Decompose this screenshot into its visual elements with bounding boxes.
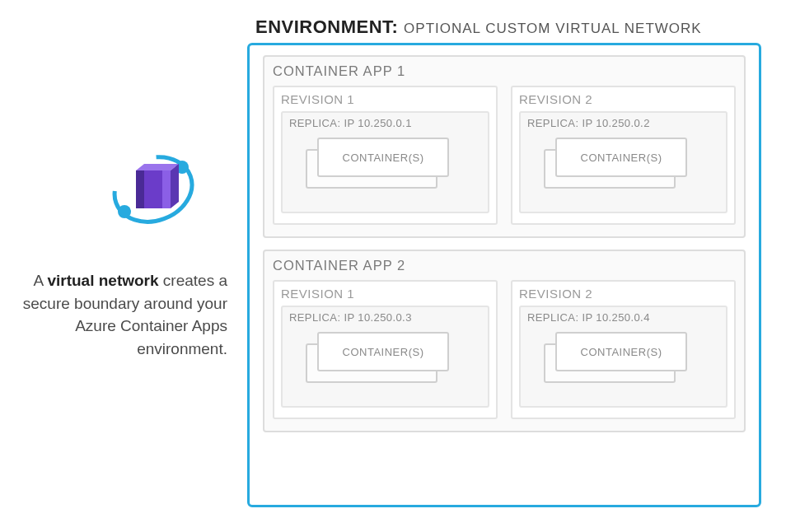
container-app-2-revisions: REVISION 1 REPLICA: IP 10.250.0.3 CONTAI… <box>273 280 736 419</box>
app2-rev2-title: REVISION 2 <box>519 287 728 301</box>
left-panel: A virtual network creates a secure bound… <box>0 16 247 507</box>
environment-box: CONTAINER APP 1 REVISION 1 REPLICA: IP 1… <box>247 43 761 507</box>
app2-rev1-replica: REPLICA: IP 10.250.0.3 CONTAINER(S) <box>281 306 489 408</box>
environment-label: ENVIRONMENT: <box>255 16 398 37</box>
desc-bold: virtual network <box>47 272 158 289</box>
container-app-1: CONTAINER APP 1 REVISION 1 REPLICA: IP 1… <box>263 55 746 238</box>
right-panel: ENVIRONMENT: OPTIONAL CUSTOM VIRTUAL NET… <box>247 16 761 507</box>
app1-rev1-title: REVISION 1 <box>281 92 489 106</box>
app2-rev1-replica-label: REPLICA: IP 10.250.0.3 <box>289 311 483 324</box>
diagram-root: A virtual network creates a secure bound… <box>0 0 786 532</box>
app2-rev2-replica: REPLICA: IP 10.250.0.4 CONTAINER(S) <box>519 306 728 408</box>
app2-rev2-container-stack: CONTAINER(S) <box>544 329 689 388</box>
app1-rev1-replica-label: REPLICA: IP 10.250.0.1 <box>289 117 483 129</box>
container-app-2: CONTAINER APP 2 REVISION 1 REPLICA: IP 1… <box>263 250 746 432</box>
container-app-1-revisions: REVISION 1 REPLICA: IP 10.250.0.1 CONTAI… <box>273 86 736 225</box>
container-app-2-title: CONTAINER APP 2 <box>273 258 736 273</box>
svg-point-2 <box>118 205 131 218</box>
app1-rev2-replica-label: REPLICA: IP 10.250.0.2 <box>527 117 721 129</box>
container-app-1-title: CONTAINER APP 1 <box>273 63 736 79</box>
environment-sublabel: OPTIONAL CUSTOM VIRTUAL NETWORK <box>404 21 702 36</box>
app2-rev1-title: REVISION 1 <box>281 287 489 301</box>
app1-revision-1: REVISION 1 REPLICA: IP 10.250.0.1 CONTAI… <box>273 86 498 225</box>
app1-revision-2: REVISION 2 REPLICA: IP 10.250.0.2 CONTAI… <box>511 86 736 225</box>
container-card-front: CONTAINER(S) <box>555 332 687 371</box>
svg-rect-5 <box>162 170 171 208</box>
app2-revision-1: REVISION 1 REPLICA: IP 10.250.0.3 CONTAI… <box>273 280 498 419</box>
app2-rev2-replica-label: REPLICA: IP 10.250.0.4 <box>527 311 721 324</box>
app1-rev1-replica: REPLICA: IP 10.250.0.1 CONTAINER(S) <box>281 111 489 213</box>
environment-title: ENVIRONMENT: OPTIONAL CUSTOM VIRTUAL NET… <box>255 16 761 38</box>
app1-rev2-replica: REPLICA: IP 10.250.0.2 CONTAINER(S) <box>519 111 728 213</box>
container-card-front: CONTAINER(S) <box>555 138 687 177</box>
app1-rev2-title: REVISION 2 <box>519 92 728 106</box>
app2-rev1-container-stack: CONTAINER(S) <box>306 329 451 388</box>
svg-marker-7 <box>171 164 179 208</box>
container-card-front: CONTAINER(S) <box>317 332 449 371</box>
app2-revision-2: REVISION 2 REPLICA: IP 10.250.0.4 CONTAI… <box>511 280 736 419</box>
app1-rev2-container-stack: CONTAINER(S) <box>544 134 689 194</box>
vnet-icon <box>104 148 203 231</box>
app1-rev1-container-stack: CONTAINER(S) <box>306 134 451 194</box>
description-text: A virtual network creates a secure bound… <box>16 269 227 360</box>
container-card-front: CONTAINER(S) <box>317 138 449 177</box>
desc-pre: A <box>34 272 48 289</box>
svg-rect-4 <box>136 170 144 208</box>
